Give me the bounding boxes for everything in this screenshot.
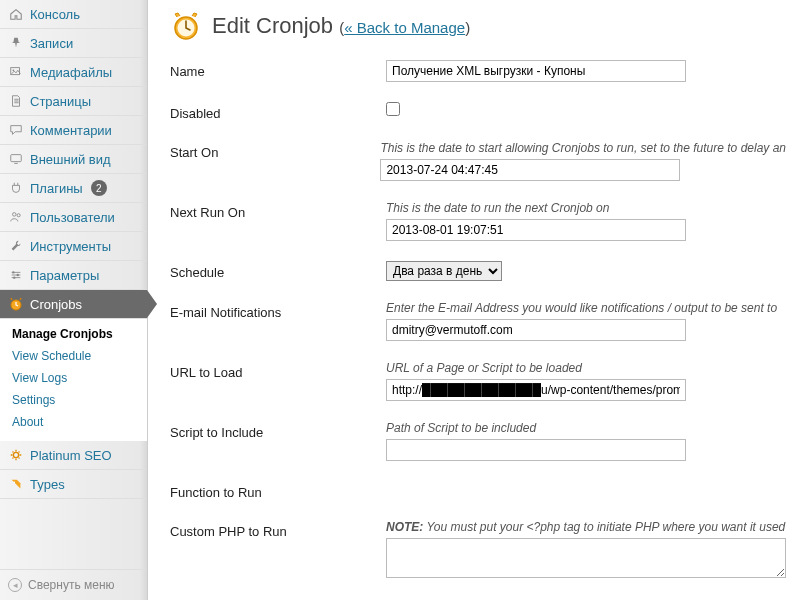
menu-media[interactable]: Медиафайлы — [0, 58, 147, 87]
menu-label: Platinum SEO — [30, 448, 112, 463]
svg-point-10 — [13, 481, 15, 483]
gear-icon — [8, 447, 24, 463]
menu-posts[interactable]: Записи — [0, 29, 147, 58]
collapse-icon: ◂ — [8, 578, 22, 592]
menu-label: Параметры — [30, 268, 99, 283]
submenu-manage-cronjobs[interactable]: Manage Cronjobs — [0, 323, 147, 345]
menu-comments[interactable]: Комментарии — [0, 116, 147, 145]
label-start-on: Start On — [170, 141, 380, 160]
users-icon — [8, 209, 24, 225]
input-url[interactable] — [386, 379, 686, 401]
svg-point-7 — [13, 276, 15, 278]
menu-label: Комментарии — [30, 123, 112, 138]
checkbox-disabled[interactable] — [386, 102, 400, 116]
collapse-menu[interactable]: ◂ Свернуть меню — [0, 569, 147, 600]
svg-rect-2 — [11, 155, 22, 162]
collapse-label: Свернуть меню — [28, 578, 115, 592]
menu-settings[interactable]: Параметры — [0, 261, 147, 290]
svg-point-3 — [13, 213, 17, 217]
label-disabled: Disabled — [170, 102, 386, 121]
types-icon — [8, 476, 24, 492]
menu-label: Инструменты — [30, 239, 111, 254]
menu-label: Плагины — [30, 181, 83, 196]
menu-platinum-seo[interactable]: Platinum SEO — [0, 441, 147, 470]
input-script[interactable] — [386, 439, 686, 461]
menu-users[interactable]: Пользователи — [0, 203, 147, 232]
submenu-settings[interactable]: Settings — [0, 389, 147, 411]
label-schedule: Schedule — [170, 261, 386, 280]
tools-icon — [8, 238, 24, 254]
menu-label: Страницы — [30, 94, 91, 109]
label-url: URL to Load — [170, 361, 386, 380]
pin-icon — [8, 35, 24, 51]
label-email: E-mail Notifications — [170, 301, 386, 320]
menu-pages[interactable]: Страницы — [0, 87, 147, 116]
hint-next-run: This is the date to run the next Cronjob… — [386, 201, 786, 215]
menu-label: Медиафайлы — [30, 65, 112, 80]
settings-icon — [8, 267, 24, 283]
input-start-on[interactable] — [380, 159, 680, 181]
label-function: Function to Run — [170, 481, 386, 500]
input-name[interactable] — [386, 60, 686, 82]
textarea-php[interactable] — [386, 538, 786, 578]
input-next-run[interactable] — [386, 219, 686, 241]
cronjobs-submenu: Manage Cronjobs View Schedule View Logs … — [0, 319, 147, 441]
svg-point-4 — [17, 214, 20, 217]
hint-email: Enter the E-mail Address you would like … — [386, 301, 786, 315]
plug-icon — [8, 180, 24, 196]
admin-sidebar: Консоль Записи Медиафайлы Страницы Комме… — [0, 0, 148, 600]
menu-tools[interactable]: Инструменты — [0, 232, 147, 261]
label-next-run: Next Run On — [170, 201, 386, 220]
submenu-view-logs[interactable]: View Logs — [0, 367, 147, 389]
label-name: Name — [170, 60, 386, 79]
menu-appearance[interactable]: Внешний вид — [0, 145, 147, 174]
svg-point-6 — [17, 274, 19, 276]
svg-point-5 — [12, 271, 14, 273]
menu-label: Types — [30, 477, 65, 492]
hint-script: Path of Script to be included — [386, 421, 786, 435]
menu-plugins[interactable]: Плагины 2 — [0, 174, 147, 203]
menu-label: Пользователи — [30, 210, 115, 225]
menu-types[interactable]: Types — [0, 470, 147, 499]
menu-label: Записи — [30, 36, 73, 51]
menu-cronjobs[interactable]: Cronjobs — [0, 290, 147, 319]
page-icon — [8, 93, 24, 109]
comment-icon — [8, 122, 24, 138]
hint-start-on: This is the date to start allowing Cronj… — [380, 141, 786, 155]
page-title: Edit Cronjob (« Back to Manage) — [212, 13, 470, 39]
clock-icon — [8, 296, 24, 312]
appearance-icon — [8, 151, 24, 167]
submenu-about[interactable]: About — [0, 411, 147, 433]
svg-point-9 — [13, 452, 18, 457]
page-clock-icon — [170, 10, 202, 42]
menu-console[interactable]: Консоль — [0, 0, 147, 29]
main-content: Edit Cronjob (« Back to Manage) Name Dis… — [148, 0, 800, 600]
input-email[interactable] — [386, 319, 686, 341]
menu-label: Внешний вид — [30, 152, 111, 167]
back-to-manage-link[interactable]: « Back to Manage — [344, 19, 465, 36]
menu-label: Консоль — [30, 7, 80, 22]
hint-php: NOTE: You must put your <?php tag to ini… — [386, 520, 786, 534]
plugins-badge: 2 — [91, 180, 107, 196]
home-icon — [8, 6, 24, 22]
hint-url: URL of a Page or Script to be loaded — [386, 361, 786, 375]
media-icon — [8, 64, 24, 80]
label-php: Custom PHP to Run — [170, 520, 386, 539]
submenu-view-schedule[interactable]: View Schedule — [0, 345, 147, 367]
page-header: Edit Cronjob (« Back to Manage) — [170, 10, 786, 42]
menu-label: Cronjobs — [30, 297, 82, 312]
label-script: Script to Include — [170, 421, 386, 440]
select-schedule[interactable]: Два раза в день — [386, 261, 502, 281]
